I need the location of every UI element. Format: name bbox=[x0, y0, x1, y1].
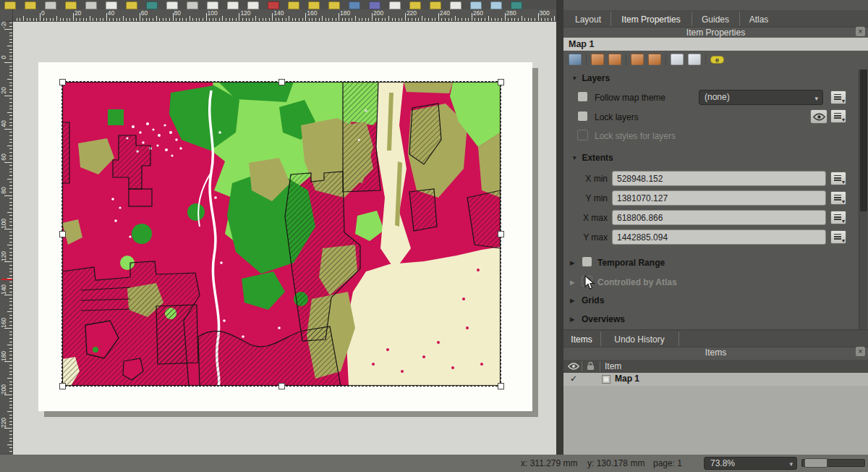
items-list-empty-area bbox=[563, 386, 868, 455]
toolbar-icon[interactable] bbox=[25, 1, 36, 9]
table-row[interactable]: ✓ Map 1 bbox=[563, 373, 868, 386]
data-defined-override-button[interactable]: ▾ bbox=[830, 172, 846, 185]
panel-splitter[interactable] bbox=[556, 0, 563, 455]
temporal-range-checkbox[interactable] bbox=[582, 256, 592, 267]
toolbar-icon[interactable] bbox=[207, 1, 218, 9]
page-readout: page: 1 bbox=[653, 458, 682, 468]
collapse-triangle-icon: ▼ bbox=[571, 154, 577, 161]
toolbar-icon[interactable] bbox=[227, 1, 239, 9]
map-theme-dropdown[interactable]: (none)▾ bbox=[699, 90, 823, 105]
resize-handle[interactable] bbox=[59, 383, 66, 389]
toolbar-icon[interactable] bbox=[349, 1, 360, 9]
panel-scrollbar[interactable] bbox=[859, 69, 867, 329]
resize-handle[interactable] bbox=[278, 79, 285, 85]
visibility-preset-button[interactable] bbox=[810, 109, 827, 124]
expand-triangle-icon[interactable]: ▶ bbox=[570, 316, 575, 323]
lock-styles-checkbox bbox=[577, 130, 588, 140]
resize-handle[interactable] bbox=[59, 79, 66, 85]
tab-undo-history[interactable]: Undo History bbox=[603, 332, 676, 347]
resize-handle[interactable] bbox=[498, 383, 504, 389]
vertical-ruler: -20020406080100120140160180200220 bbox=[0, 22, 13, 453]
scrollbar-thumb[interactable] bbox=[860, 69, 867, 211]
qgis-print-layout-window: 0204060801001201401601802002202402602803… bbox=[0, 0, 868, 472]
toolbar-icon[interactable] bbox=[470, 1, 482, 9]
toolbar-icon[interactable] bbox=[126, 1, 137, 9]
bookmarks-icon[interactable] bbox=[688, 54, 701, 65]
y-max-field[interactable] bbox=[612, 229, 826, 245]
toolbar-icon[interactable] bbox=[45, 1, 56, 9]
lock-styles-label: Lock styles for layers bbox=[595, 131, 676, 141]
follow-map-theme-checkbox[interactable] bbox=[577, 91, 588, 102]
toolbar-icon[interactable] bbox=[85, 1, 97, 9]
x-max-field[interactable] bbox=[612, 210, 826, 225]
layers-section-header[interactable]: ▼Layers bbox=[571, 73, 610, 83]
data-defined-override-button[interactable]: ▾ bbox=[830, 90, 846, 104]
toolbar-icon[interactable] bbox=[450, 1, 461, 9]
toolbar-icon[interactable] bbox=[146, 1, 158, 9]
toolbar-icon[interactable] bbox=[65, 1, 77, 9]
expand-triangle-icon: ▶ bbox=[570, 279, 575, 286]
resize-handle[interactable] bbox=[498, 231, 504, 237]
expand-triangle-icon[interactable]: ▶ bbox=[570, 259, 575, 266]
grids-label[interactable]: Grids bbox=[582, 295, 604, 305]
view-extent-in-canvas-icon[interactable] bbox=[608, 54, 621, 65]
temporal-range-label[interactable]: Temporal Range bbox=[597, 258, 665, 268]
toolbar-icon[interactable] bbox=[4, 1, 16, 9]
close-icon[interactable]: × bbox=[856, 27, 865, 36]
data-defined-override-button[interactable]: ▾ bbox=[830, 191, 846, 205]
zoom-level-combo[interactable]: 73.8%▾ bbox=[704, 457, 797, 470]
follow-map-theme-label: Follow map theme bbox=[595, 93, 665, 103]
main-toolbar bbox=[0, 0, 557, 9]
cursor-x-readout: x: 311.279 mm bbox=[521, 458, 577, 468]
toolbar-icon[interactable] bbox=[369, 1, 380, 9]
resize-handle[interactable] bbox=[278, 383, 285, 389]
data-defined-override-button[interactable]: ▾ bbox=[830, 109, 846, 123]
set-map-extent-to-canvas-icon[interactable] bbox=[591, 54, 604, 65]
tab-items[interactable]: Items bbox=[566, 332, 597, 347]
tab-atlas[interactable]: Atlas bbox=[742, 12, 775, 28]
lock-layers-label: Lock layers bbox=[595, 112, 639, 122]
data-defined-override-button[interactable]: ▾ bbox=[830, 211, 846, 224]
zoom-to-extent-icon[interactable] bbox=[648, 54, 661, 65]
expand-triangle-icon[interactable]: ▶ bbox=[570, 297, 575, 304]
panel-title: Item Properties bbox=[563, 28, 868, 38]
controlled-by-atlas-checkbox bbox=[582, 276, 592, 287]
close-icon[interactable]: × bbox=[856, 347, 865, 356]
tab-layout[interactable]: Layout bbox=[569, 12, 608, 28]
tab-guides[interactable]: Guides bbox=[694, 12, 736, 28]
separator bbox=[626, 54, 626, 65]
toolbar-icon[interactable] bbox=[247, 1, 259, 9]
toolbar-icon[interactable] bbox=[389, 1, 401, 9]
toolbar-icon[interactable] bbox=[409, 1, 421, 9]
set-map-scale-icon[interactable] bbox=[631, 54, 644, 65]
refresh-map-preview-icon[interactable] bbox=[569, 54, 582, 65]
expression-badge[interactable]: e bbox=[710, 56, 724, 64]
zoom-slider-thumb[interactable] bbox=[804, 458, 827, 468]
toolbar-icon[interactable] bbox=[268, 1, 279, 9]
toolbar-icon[interactable] bbox=[511, 1, 522, 9]
layout-canvas[interactable] bbox=[13, 22, 556, 455]
toolbar-icon[interactable] bbox=[288, 1, 299, 9]
map-item[interactable] bbox=[62, 82, 501, 386]
collapse-triangle-icon: ▼ bbox=[571, 75, 577, 82]
toolbar-icon[interactable] bbox=[187, 1, 198, 9]
toolbar-icon[interactable] bbox=[106, 1, 117, 9]
separator bbox=[586, 54, 587, 65]
x-min-field[interactable] bbox=[612, 171, 826, 186]
y-min-field[interactable] bbox=[612, 190, 826, 206]
toolbar-icon[interactable] bbox=[166, 1, 178, 9]
interactive-edit-icon[interactable] bbox=[671, 54, 684, 65]
toolbar-icon[interactable] bbox=[490, 1, 502, 9]
data-defined-override-button[interactable]: ▾ bbox=[830, 230, 846, 244]
extents-section-header[interactable]: ▼Extents bbox=[571, 153, 613, 163]
toolbar-icon[interactable] bbox=[308, 1, 320, 9]
resize-handle[interactable] bbox=[59, 231, 66, 237]
toolbar-icon[interactable] bbox=[328, 1, 340, 9]
lock-layers-checkbox[interactable] bbox=[577, 111, 588, 122]
item-row-label[interactable]: Map 1 bbox=[615, 374, 639, 384]
toolbar-icon[interactable] bbox=[430, 1, 441, 9]
tab-item-properties[interactable]: Item Properties bbox=[613, 12, 689, 28]
visibility-checkmark[interactable]: ✓ bbox=[570, 374, 577, 384]
resize-handle[interactable] bbox=[498, 79, 504, 85]
overviews-label[interactable]: Overviews bbox=[582, 314, 625, 324]
